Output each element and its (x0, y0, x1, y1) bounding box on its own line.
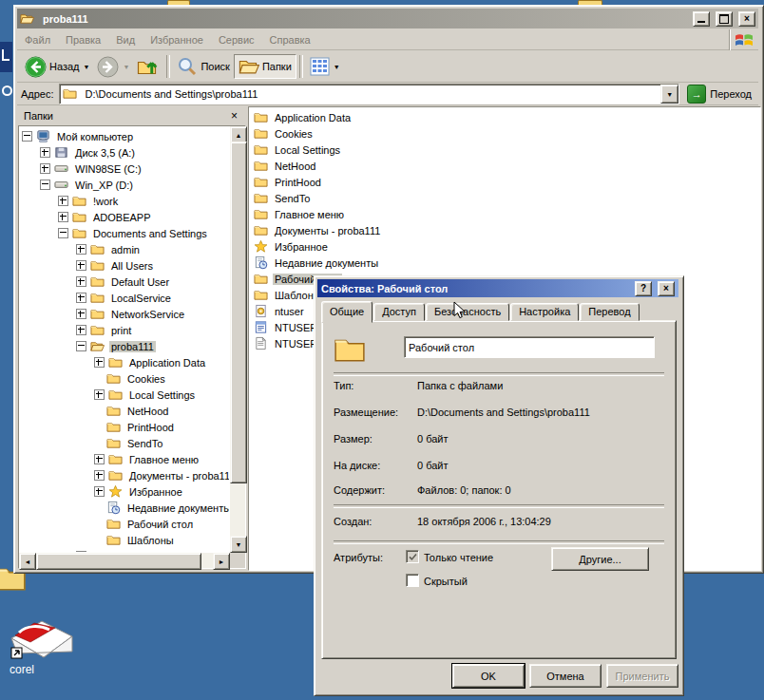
tree-expander-icon[interactable] (58, 228, 68, 238)
dialog-tab-3[interactable]: Настройка (510, 303, 579, 321)
file-item-label[interactable]: Недавние документы (273, 257, 380, 269)
maximize-button[interactable] (716, 11, 733, 27)
tree-item[interactable]: admin (20, 241, 229, 257)
scroll-right-button[interactable]: ► (213, 553, 230, 570)
dialog-tab-1[interactable]: Доступ (373, 303, 425, 321)
tree-item-label[interactable]: NetHood (125, 406, 170, 417)
file-item-label[interactable]: Application Data (273, 112, 353, 123)
go-button[interactable]: → Переход (684, 84, 754, 104)
tree-item[interactable]: !work (20, 193, 229, 209)
file-item-label[interactable]: Cookies (273, 128, 315, 140)
scroll-thumb[interactable] (230, 142, 247, 483)
tree-item-label[interactable]: admin (109, 244, 142, 255)
tree-expander-icon[interactable] (76, 551, 86, 552)
file-item[interactable]: PrintHood (249, 174, 760, 190)
tree-item-label[interactable]: Документы - proba111 (127, 470, 229, 482)
forward-button[interactable]: ▼ (93, 54, 133, 79)
tree-item[interactable]: ADOBEAPP (20, 209, 229, 225)
scroll-left-button[interactable]: ◄ (19, 553, 36, 570)
file-item-label[interactable]: Документы - proba111 (273, 225, 382, 236)
tree-item[interactable]: PrintHood (20, 419, 229, 435)
apply-button[interactable]: Применить (606, 664, 678, 688)
tree-item-label[interactable]: Главное меню (127, 454, 201, 465)
file-item-label[interactable]: ntuser (273, 306, 306, 317)
search-button[interactable]: Поиск (173, 54, 233, 79)
back-button[interactable]: Назад ▼ (21, 54, 93, 79)
menu-item-2[interactable]: Вид (108, 31, 143, 48)
tree-expander-icon[interactable] (76, 309, 86, 319)
menu-item-0[interactable]: Файл (17, 31, 58, 48)
dialog-tab-0[interactable]: Общие (321, 301, 372, 323)
tree-item-label[interactable]: PrintHood (125, 422, 176, 433)
tree-item-label[interactable]: Cookies (125, 373, 167, 385)
tree-item[interactable]: Главное меню (20, 451, 229, 467)
tree-item[interactable]: Диск 3,5 (A:) (20, 144, 229, 161)
dialog-help-button[interactable]: ? (635, 281, 652, 296)
file-item-label[interactable]: Избранное (273, 241, 330, 253)
tree-item[interactable]: proba111 (20, 338, 229, 354)
views-button[interactable]: ▼ (306, 54, 344, 79)
file-item[interactable]: Избранное (249, 238, 760, 255)
tree-expander-icon[interactable] (76, 293, 86, 303)
other-attributes-button[interactable]: Другие... (551, 547, 649, 571)
tree-item[interactable]: WIN98SE (C:) (20, 161, 229, 177)
menu-item-4[interactable]: Сервис (211, 31, 262, 48)
file-item-label[interactable]: Local Settings (273, 144, 342, 156)
tree-item-label[interactable]: proba111 (109, 341, 156, 352)
readonly-checkbox[interactable] (406, 550, 419, 563)
tree-item[interactable] (20, 548, 229, 552)
tree-item[interactable]: Default User (20, 274, 229, 290)
minimize-button[interactable] (693, 11, 710, 27)
tree-item[interactable]: NetHood (20, 403, 229, 419)
tree-item-label[interactable]: All Users (109, 260, 155, 272)
tree-expander-icon[interactable] (40, 147, 50, 158)
file-item[interactable]: Application Data (249, 109, 760, 125)
dialog-close-button[interactable]: × (658, 281, 675, 296)
tree-expander-icon[interactable] (76, 325, 86, 335)
ok-button[interactable]: OK (452, 664, 525, 688)
file-item-label[interactable]: NetHood (273, 161, 317, 172)
dialog-tab-2[interactable]: Безопасность (426, 303, 509, 321)
tree-expander-icon[interactable] (94, 486, 105, 497)
tree-item-label[interactable]: Local Settings (127, 389, 197, 401)
tree-item[interactable]: Win_XP (D:) (20, 177, 229, 193)
close-button[interactable]: × (738, 11, 755, 27)
address-combo[interactable]: D:\Documents and Settings\proba111 ▼ (59, 84, 680, 104)
tree-expander-icon[interactable] (94, 454, 105, 464)
dialog-titlebar[interactable]: Свойства: Рабочий стол ? × (317, 279, 678, 297)
address-value[interactable]: D:\Documents and Settings\proba111 (82, 88, 661, 100)
tree-item-label[interactable]: Рабочий стол (125, 519, 195, 530)
tree-item[interactable]: SendTo (20, 435, 229, 451)
tree-item[interactable]: Application Data (20, 354, 229, 370)
file-item[interactable]: Главное меню (249, 206, 760, 222)
tree-item[interactable]: Мой компьютер (20, 128, 229, 144)
address-dropdown-button[interactable]: ▼ (660, 85, 678, 104)
file-item-label[interactable]: Главное меню (273, 209, 346, 220)
forward-dropdown-icon[interactable]: ▼ (123, 64, 129, 70)
scroll-down-button[interactable]: ▼ (230, 536, 247, 553)
tree-expander-icon[interactable] (22, 131, 32, 142)
tree-expander-icon[interactable] (76, 341, 86, 351)
tree-item-label[interactable]: LocalService (109, 293, 173, 304)
views-dropdown-icon[interactable]: ▼ (334, 64, 340, 70)
corel-shortcut[interactable]: corel (6, 619, 86, 676)
tree-item[interactable]: print (20, 322, 229, 338)
file-item-label[interactable]: NTUSER (273, 322, 319, 333)
file-item-label[interactable]: SendTo (273, 193, 312, 204)
tree-item-label[interactable]: Диск 3,5 (A:) (73, 147, 137, 159)
menu-item-3[interactable]: Избранное (143, 31, 211, 48)
tree-expander-icon[interactable] (76, 244, 86, 255)
tree-item-label[interactable]: !work (91, 196, 120, 207)
up-button[interactable] (133, 54, 163, 79)
tree-expander-icon[interactable] (58, 212, 68, 222)
tree-expander-icon[interactable] (94, 357, 105, 368)
file-item[interactable]: NetHood (249, 158, 760, 174)
menu-item-5[interactable]: Справка (262, 31, 318, 48)
tree-item[interactable]: Шаблоны (20, 532, 229, 548)
tree-item[interactable]: Недавние документы (20, 500, 229, 516)
tree-item[interactable]: Local Settings (20, 387, 229, 403)
tree-item-label[interactable]: NetworkService (109, 309, 186, 320)
tree-expander-icon[interactable] (76, 260, 86, 271)
tree-vertical-scrollbar[interactable]: ▲ ▼ (230, 126, 245, 553)
file-item[interactable]: Cookies (249, 125, 760, 142)
